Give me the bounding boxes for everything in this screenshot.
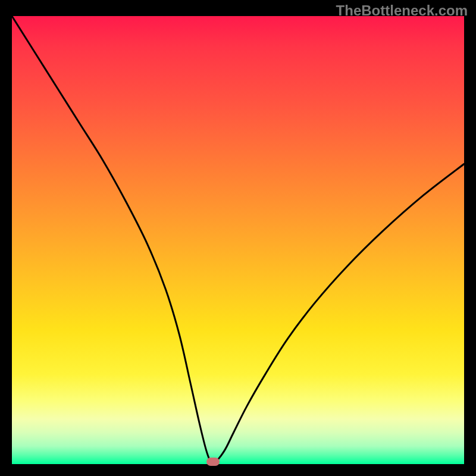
optimal-point-marker xyxy=(206,458,220,466)
watermark-text: TheBottleneck.com xyxy=(336,2,468,19)
plot-area xyxy=(12,16,464,464)
chart-container: TheBottleneck.com xyxy=(0,0,476,476)
curve-svg xyxy=(12,16,464,464)
bottleneck-curve xyxy=(12,16,464,464)
